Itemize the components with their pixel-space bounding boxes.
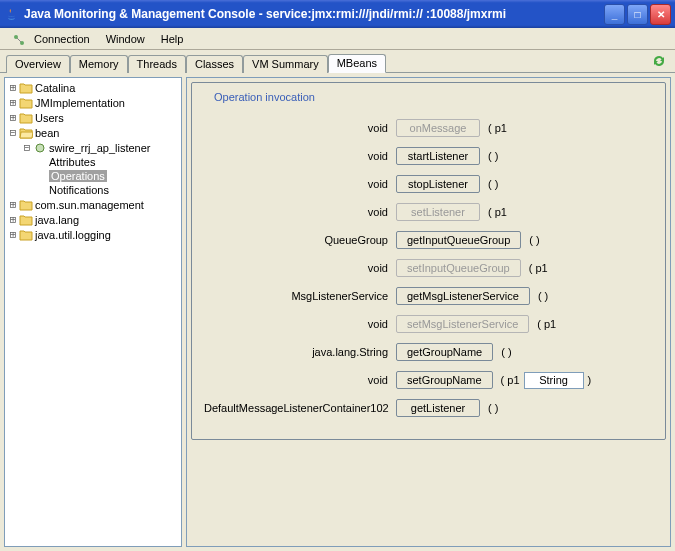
- folder-icon: [19, 112, 33, 124]
- close-button[interactable]: ✕: [650, 4, 671, 25]
- return-type: java.lang.String: [204, 346, 396, 358]
- params: ( ): [488, 402, 498, 414]
- mbean-tree[interactable]: ⊞Catalina ⊞JMImplementation ⊞Users ⊟bean…: [4, 77, 182, 547]
- window-controls: _ □ ✕: [604, 4, 671, 25]
- operation-row: voidstartListener( ): [204, 147, 653, 165]
- expand-icon[interactable]: ⊞: [7, 81, 19, 94]
- maximize-button[interactable]: □: [627, 4, 648, 25]
- invoke-getMsgListenerService-button[interactable]: getMsgListenerService: [396, 287, 530, 305]
- operation-row: voidonMessage( p1: [204, 119, 653, 137]
- content-area: ⊞Catalina ⊞JMImplementation ⊞Users ⊟bean…: [0, 72, 675, 551]
- invoke-setGroupName-button[interactable]: setGroupName: [396, 371, 493, 389]
- return-type: MsgListenerService: [204, 290, 396, 302]
- collapse-icon[interactable]: ⊟: [21, 141, 33, 154]
- menu-window[interactable]: Window: [98, 31, 153, 47]
- params: ( p1 ): [501, 372, 592, 389]
- return-type: void: [204, 318, 396, 330]
- menubar: Connection Window Help: [0, 28, 675, 50]
- minimize-button[interactable]: _: [604, 4, 625, 25]
- operation-panel: Operation invocation voidonMessage( p1vo…: [186, 77, 671, 547]
- expand-icon[interactable]: ⊞: [7, 213, 19, 226]
- operation-row: java.lang.StringgetGroupName( ): [204, 343, 653, 361]
- expand-icon[interactable]: ⊞: [7, 198, 19, 211]
- operation-row: voidsetMsgListenerService( p1: [204, 315, 653, 333]
- invoke-stopListener-button[interactable]: stopListener: [396, 175, 480, 193]
- return-type: void: [204, 262, 396, 274]
- invoke-setInputQueueGroup-button: setInputQueueGroup: [396, 259, 521, 277]
- tree-attributes[interactable]: Attributes: [49, 156, 95, 168]
- params: ( p1: [529, 262, 548, 274]
- return-type: void: [204, 122, 396, 134]
- refresh-icon[interactable]: [651, 53, 667, 69]
- java-icon: [4, 6, 20, 22]
- tree-java-util[interactable]: java.util.logging: [35, 229, 111, 241]
- tab-vm-summary[interactable]: VM Summary: [243, 55, 328, 73]
- operation-row: voidsetListener( p1: [204, 203, 653, 221]
- invoke-setListener-button: setListener: [396, 203, 480, 221]
- return-type: DefaultMessageListenerContainer102: [204, 402, 396, 414]
- operation-row: MsgListenerServicegetMsgListenerService(…: [204, 287, 653, 305]
- tabbar: Overview Memory Threads Classes VM Summa…: [0, 50, 675, 72]
- folder-icon: [19, 97, 33, 109]
- params: ( p1: [488, 122, 507, 134]
- params: ( ): [488, 150, 498, 162]
- operation-row: QueueGroupgetInputQueueGroup( ): [204, 231, 653, 249]
- params: ( ): [529, 234, 539, 246]
- folder-icon: [19, 229, 33, 241]
- tab-classes[interactable]: Classes: [186, 55, 243, 73]
- svg-point-2: [36, 144, 44, 152]
- tab-overview[interactable]: Overview: [6, 55, 70, 73]
- titlebar: Java Monitoring & Management Console - s…: [0, 0, 675, 28]
- tree-notifications[interactable]: Notifications: [49, 184, 109, 196]
- param-input[interactable]: [524, 372, 584, 389]
- folder-icon: [19, 82, 33, 94]
- return-type: void: [204, 178, 396, 190]
- params: ( p1: [488, 206, 507, 218]
- bean-icon: [33, 142, 47, 154]
- operation-row: voidstopListener( ): [204, 175, 653, 193]
- tab-threads[interactable]: Threads: [128, 55, 186, 73]
- tree-swire[interactable]: swire_rrj_ap_listener: [49, 142, 151, 154]
- tree-java-lang[interactable]: java.lang: [35, 214, 79, 226]
- menu-connection[interactable]: Connection: [26, 31, 98, 47]
- expand-icon[interactable]: ⊞: [7, 111, 19, 124]
- params: ( ): [501, 346, 511, 358]
- operation-row: DefaultMessageListenerContainer102getLis…: [204, 399, 653, 417]
- operation-row: voidsetInputQueueGroup( p1: [204, 259, 653, 277]
- tab-mbeans[interactable]: MBeans: [328, 54, 386, 73]
- invoke-getInputQueueGroup-button[interactable]: getInputQueueGroup: [396, 231, 521, 249]
- tree-com-sun[interactable]: com.sun.management: [35, 199, 144, 211]
- collapse-icon[interactable]: ⊟: [7, 126, 19, 139]
- menu-help[interactable]: Help: [153, 31, 192, 47]
- invoke-onMessage-button: onMessage: [396, 119, 480, 137]
- expand-icon[interactable]: ⊞: [7, 96, 19, 109]
- invoke-setMsgListenerService-button: setMsgListenerService: [396, 315, 529, 333]
- return-type: void: [204, 374, 396, 386]
- expand-icon[interactable]: ⊞: [7, 228, 19, 241]
- tree-operations[interactable]: Operations: [49, 170, 107, 182]
- tree-catalina[interactable]: Catalina: [35, 82, 75, 94]
- connection-icon: [4, 31, 20, 47]
- tree-users[interactable]: Users: [35, 112, 64, 124]
- tree-jmimplementation[interactable]: JMImplementation: [35, 97, 125, 109]
- params: ( ): [538, 290, 548, 302]
- invoke-getGroupName-button[interactable]: getGroupName: [396, 343, 493, 361]
- params: ( p1: [537, 318, 556, 330]
- invoke-getListener-button[interactable]: getListener: [396, 399, 480, 417]
- operation-group: Operation invocation voidonMessage( p1vo…: [191, 82, 666, 440]
- window-title: Java Monitoring & Management Console - s…: [24, 7, 604, 21]
- folder-open-icon: [19, 127, 33, 139]
- group-title: Operation invocation: [210, 91, 319, 103]
- return-type: void: [204, 150, 396, 162]
- tree-bean[interactable]: bean: [35, 127, 59, 139]
- params: ( ): [488, 178, 498, 190]
- folder-icon: [19, 214, 33, 226]
- tab-memory[interactable]: Memory: [70, 55, 128, 73]
- return-type: QueueGroup: [204, 234, 396, 246]
- folder-icon: [19, 199, 33, 211]
- invoke-startListener-button[interactable]: startListener: [396, 147, 480, 165]
- operation-row: voidsetGroupName( p1 ): [204, 371, 653, 389]
- return-type: void: [204, 206, 396, 218]
